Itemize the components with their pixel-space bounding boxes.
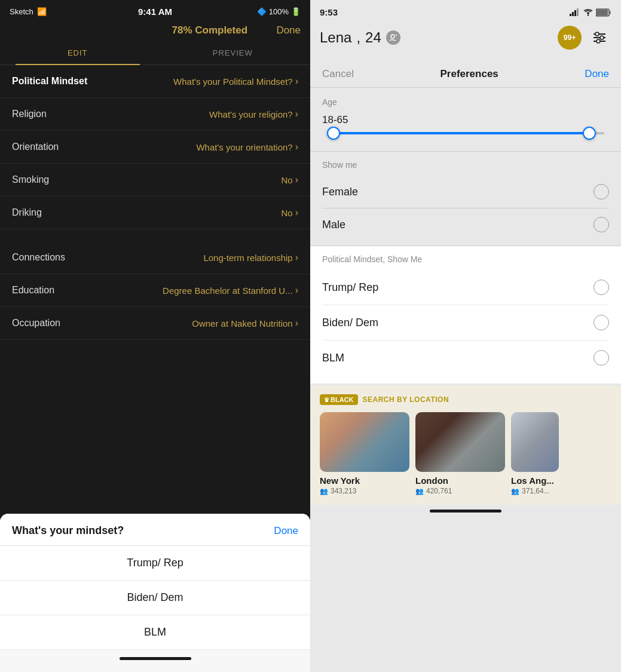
show-me-female-text: Female [322, 186, 358, 198]
slider-thumb-max[interactable] [583, 127, 596, 140]
list-label-connections: Connections [12, 252, 65, 263]
chevron-icon: › [295, 285, 298, 296]
age-label: Age [322, 97, 609, 107]
political-blm-option[interactable]: BLM [322, 340, 609, 375]
list-item-drinking[interactable]: Driking No › [0, 197, 310, 229]
pref-age-section: Age 18-65 [310, 88, 621, 151]
battery-text: 100% [269, 7, 289, 16]
svg-rect-1 [572, 12, 574, 16]
show-me-male-radio[interactable] [594, 217, 609, 232]
political-blm-radio[interactable] [594, 350, 609, 366]
location-count-london: 👥 420,761 [415, 487, 505, 495]
chevron-icon: › [295, 207, 298, 218]
location-card-losangeles[interactable]: Los Ang... 👥 371,64... [511, 412, 559, 495]
list-item-occupation[interactable]: Occupation Owner at Naked Nutrition › [0, 307, 310, 340]
right-profile-bar: Lena, 24 99+ [310, 21, 621, 57]
profile-comma: , [356, 29, 360, 46]
bottom-sheet-header: What's your mindset? Done [0, 514, 310, 546]
done-button-left[interactable]: Done [276, 24, 301, 36]
mindset-option-blm[interactable]: BLM [0, 615, 310, 650]
list-value-religion: What's your religion? › [209, 109, 298, 119]
carrier-text: Sketch [10, 7, 33, 16]
political-biden-option[interactable]: Biden/ Dem [322, 305, 609, 340]
location-count-newyork: 👥 343,213 [320, 487, 409, 495]
notifications-badge[interactable]: 99+ [558, 26, 582, 50]
location-img-london [415, 412, 505, 472]
pref-done-button[interactable]: Done [585, 68, 609, 80]
tab-edit[interactable]: EDIT [0, 41, 155, 65]
crown-icon: ♛ [324, 397, 329, 403]
political-trump-option[interactable]: Trump/ Rep [322, 270, 609, 305]
location-section: ♛ BLACK SEARCH BY LOCATION New York 👥 34… [310, 386, 621, 505]
location-card-newyork[interactable]: New York 👥 343,213 [320, 412, 409, 495]
show-me-male-option[interactable]: Male [322, 208, 609, 241]
left-status-time: 9:41 AM [138, 7, 172, 17]
list-item-religion[interactable]: Religion What's your religion? › [0, 98, 310, 131]
show-me-female-radio[interactable] [594, 184, 609, 200]
list-label-political-mindset: Political Mindset [12, 76, 87, 87]
profile-name-age: Lena, 24 [320, 29, 400, 46]
left-status-left: Sketch 📶 [10, 7, 47, 16]
pref-cancel-button[interactable]: Cancel [322, 68, 354, 80]
bluetooth-icon: 🔷 [257, 7, 267, 16]
chevron-icon: › [295, 318, 298, 329]
location-city-newyork: New York [320, 475, 409, 486]
age-slider-track[interactable] [327, 132, 604, 134]
political-mindset-label: Political Mindset, Show Me [322, 254, 609, 264]
battery-icon-right [596, 8, 611, 17]
black-badge: ♛ BLACK [320, 394, 358, 405]
list-value-orientation: What's your orientation? › [196, 142, 298, 152]
political-trump-text: Trump/ Rep [322, 281, 378, 294]
list-item-political-mindset[interactable]: Political Mindset What's your Political … [0, 65, 310, 98]
preferences-modal: Cancel Preferences Done Age 18-65 Show m… [310, 60, 621, 515]
profile-right-icons: 99+ [558, 26, 611, 50]
political-trump-radio[interactable] [594, 280, 609, 295]
location-cards: New York 👥 343,213 London 👥 [320, 412, 611, 495]
list-item-orientation[interactable]: Orientation What's your orientation? › [0, 131, 310, 164]
mindset-option-biden[interactable]: Biden/ Dem [0, 581, 310, 615]
svg-rect-0 [570, 14, 571, 16]
list-value-drinking: No › [281, 207, 298, 218]
wifi-icon-right [583, 9, 593, 16]
location-header: ♛ BLACK SEARCH BY LOCATION [320, 394, 611, 405]
list-item-education[interactable]: Education Degree Bachelor at Stanford U.… [0, 274, 310, 307]
mindset-option-trump[interactable]: Trump/ Rep [0, 546, 310, 581]
chevron-icon: › [295, 109, 298, 119]
political-biden-radio[interactable] [594, 315, 609, 330]
battery-icon: 🔋 [291, 7, 301, 16]
home-indicator-right [430, 510, 501, 513]
profile-add-icon[interactable] [386, 30, 400, 45]
people-icon: 👥 [511, 487, 519, 495]
list-label-occupation: Occupation [12, 318, 60, 329]
political-blm-text: BLM [322, 352, 344, 364]
pref-show-me-section: Show me Female Male [310, 152, 621, 246]
location-card-london[interactable]: London 👥 420,761 [415, 412, 505, 495]
bottom-sheet-done-button[interactable]: Done [274, 525, 298, 537]
slider-thumb-min[interactable] [327, 127, 340, 140]
list-item-connections[interactable]: Connections Long-term relationship › [0, 241, 310, 274]
show-me-male-text: Male [322, 219, 345, 231]
svg-rect-3 [577, 8, 579, 16]
political-biden-text: Biden/ Dem [322, 317, 378, 329]
people-icon: 👥 [415, 487, 424, 495]
mindset-bottom-sheet: What's your mindset? Done Trump/ Rep Bid… [0, 514, 310, 672]
chevron-icon: › [295, 142, 298, 152]
pref-political-section: Political Mindset, Show Me Trump/ Rep Bi… [310, 246, 621, 383]
list-label-education: Education [12, 285, 54, 296]
location-city-losangeles: Los Ang... [511, 475, 559, 486]
chevron-icon: › [295, 174, 298, 185]
filter-button[interactable] [588, 26, 611, 50]
left-tabs: EDIT PREVIEW [0, 41, 310, 65]
signal-icon [570, 8, 580, 16]
list-label-religion: Religion [12, 109, 47, 119]
slider-fill [332, 132, 591, 134]
black-badge-label: BLACK [331, 396, 354, 403]
chevron-icon: › [295, 252, 298, 263]
list-item-smoking[interactable]: Smoking No › [0, 164, 310, 197]
tab-preview[interactable]: PREVIEW [155, 41, 311, 65]
list-value-occupation: Owner at Naked Nutrition › [192, 318, 298, 329]
location-img-newyork [320, 412, 409, 472]
people-icon: 👥 [320, 487, 328, 495]
show-me-female-option[interactable]: Female [322, 176, 609, 208]
list-label-drinking: Driking [12, 207, 42, 218]
